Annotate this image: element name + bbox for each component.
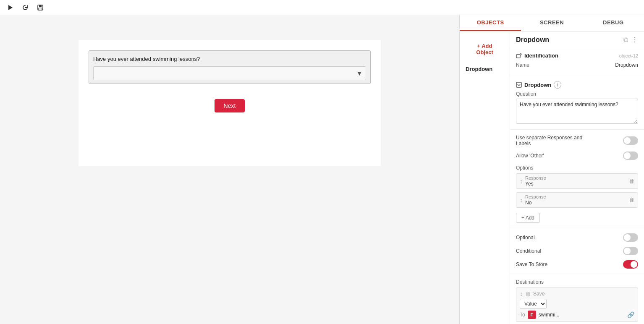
properties-area: Dropdown ⧉ ⋮ Identification object-12 Na… — [510, 31, 644, 324]
refresh-button[interactable] — [18, 2, 32, 13]
option-value-input-2[interactable] — [525, 200, 588, 206]
destinations-section: Destinations ↕ 🗑 Save Value — [510, 277, 644, 324]
dest-field-name: swimmi... — [539, 312, 625, 318]
dropdown-select-wrapper: Yes No ▼ — [93, 66, 366, 80]
prop-header: Dropdown ⧉ ⋮ — [510, 31, 644, 48]
option-item-1: ↕ Response 🗑 — [516, 173, 638, 189]
name-label: Name — [516, 62, 529, 68]
trash-icon-1[interactable]: 🗑 — [629, 178, 634, 184]
dest-field-badge: F — [528, 311, 536, 319]
save-to-store-toggle[interactable] — [623, 260, 638, 269]
allow-other-row: Allow 'Other' — [510, 149, 644, 162]
option-label-1: Response — [525, 175, 626, 180]
sidebar-content: + Add Object Dropdown Dropdown ⧉ ⋮ — [460, 31, 644, 324]
svg-marker-0 — [8, 5, 13, 10]
dest-top-row: ↕ 🗑 Save — [520, 290, 634, 297]
question-label: Question — [516, 91, 638, 97]
object-id: object-12 — [619, 53, 638, 58]
identification-label: Identification — [524, 52, 558, 59]
dropdown-select[interactable]: Yes No — [94, 67, 366, 80]
destinations-label: Destinations — [516, 279, 638, 285]
svg-rect-4 — [516, 55, 520, 58]
divider-3 — [510, 228, 644, 228]
question-textarea[interactable]: Have you ever attended swimming lessons? — [516, 99, 638, 124]
dropdown-section-title: Dropdown i — [516, 81, 638, 89]
tab-screen[interactable]: SCREEN — [521, 15, 582, 31]
dest-value-row: Value — [520, 299, 634, 309]
allow-other-toggle[interactable] — [623, 152, 638, 160]
svg-rect-2 — [39, 5, 42, 7]
divider-2 — [510, 129, 644, 130]
dest-link-icon[interactable]: 🔗 — [627, 311, 634, 318]
option-label-2: Response — [525, 194, 626, 199]
drag-handle-2[interactable]: ↕ — [520, 197, 523, 204]
save-button[interactable] — [34, 2, 47, 13]
sidebar-tabs: OBJECTS SCREEN DEBUG — [460, 15, 644, 31]
add-object-area: + Add Object — [460, 36, 510, 63]
optional-row: Optional — [510, 231, 644, 244]
dest-drag-handle[interactable]: ↕ — [520, 290, 523, 297]
next-button[interactable]: Next — [215, 99, 245, 112]
dest-save-label: Save — [533, 291, 545, 297]
conditional-row: Conditional — [510, 244, 644, 258]
destination-item-1: ↕ 🗑 Save Value To F swimmi... — [516, 287, 638, 322]
prop-title: Dropdown — [516, 36, 549, 44]
info-icon[interactable]: i — [554, 81, 561, 89]
options-section: Options ↕ Response 🗑 ↕ R — [510, 162, 644, 225]
allow-other-label: Allow 'Other' — [516, 153, 544, 159]
right-sidebar: OBJECTS SCREEN DEBUG + Add Object Dropdo… — [459, 15, 644, 324]
name-row: Name Dropdown — [510, 60, 644, 71]
dest-value-select[interactable]: Value — [520, 299, 547, 309]
divider-4 — [510, 274, 644, 274]
dest-to-row: To F swimmi... 🔗 — [520, 311, 634, 319]
save-to-store-label: Save To Store — [516, 261, 547, 267]
options-label: Options — [516, 165, 638, 171]
optional-label: Optional — [516, 235, 535, 240]
canvas-area: Have you ever attended swimming lessons?… — [0, 15, 459, 324]
copy-icon[interactable]: ⧉ — [623, 36, 628, 44]
trash-icon-2[interactable]: 🗑 — [629, 197, 634, 203]
dropdown-section: Dropdown i Question Have you ever attend… — [510, 78, 644, 127]
dropdown-widget: Have you ever attended swimming lessons?… — [89, 50, 371, 84]
prop-header-right: ⧉ ⋮ — [623, 36, 638, 44]
use-separate-row: Use separate Responses and Labels — [510, 132, 644, 149]
add-object-button[interactable]: + Add Object — [466, 40, 504, 58]
play-button[interactable] — [3, 2, 17, 13]
toolbar — [0, 0, 644, 15]
more-icon[interactable]: ⋮ — [631, 36, 638, 44]
use-separate-label: Use separate Responses and Labels — [516, 135, 592, 146]
option-value-input-1[interactable] — [525, 181, 588, 187]
divider-1 — [510, 75, 644, 75]
tab-debug[interactable]: DEBUG — [583, 15, 644, 31]
name-value: Dropdown — [615, 62, 638, 68]
dropdown-icon — [516, 82, 522, 88]
left-panel: + Add Object Dropdown — [460, 31, 510, 324]
drag-handle-1[interactable]: ↕ — [520, 178, 523, 185]
form-preview: Have you ever attended swimming lessons?… — [79, 40, 381, 166]
add-option-button[interactable]: + Add — [516, 213, 540, 223]
tag-icon — [516, 53, 522, 59]
option-content-1: Response — [525, 175, 626, 187]
dropdown-section-label: Dropdown — [524, 82, 551, 88]
save-to-store-row: Save To Store — [510, 258, 644, 271]
conditional-toggle[interactable] — [623, 247, 638, 255]
use-separate-toggle[interactable] — [623, 136, 638, 145]
dest-to-label: To — [520, 312, 525, 318]
optional-toggle[interactable] — [623, 233, 638, 242]
identification-section: Identification object-12 Name Dropdown — [510, 48, 644, 72]
question-text: Have you ever attended swimming lessons? — [93, 56, 366, 62]
main-layout: Have you ever attended swimming lessons?… — [0, 15, 644, 324]
dest-trash-icon[interactable]: 🗑 — [525, 291, 531, 297]
svg-rect-5 — [516, 82, 521, 87]
dropdown-list-item[interactable]: Dropdown — [460, 63, 510, 76]
conditional-label: Conditional — [516, 248, 541, 254]
option-item-2: ↕ Response 🗑 — [516, 192, 638, 208]
option-content-2: Response — [525, 194, 626, 206]
tab-objects[interactable]: OBJECTS — [460, 15, 521, 31]
